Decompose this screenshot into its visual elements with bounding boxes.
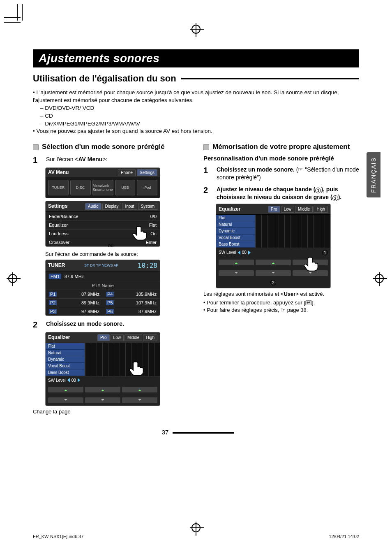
- footer-right: 12/04/21 14:02: [329, 534, 359, 539]
- left-subhead: Sélection d'un mode sonore préréglé: [33, 143, 189, 151]
- avmenu-tile: MirrorLink Smartphone: [92, 180, 113, 195]
- memo-paragraph: Les réglages sont mémorisés et <User> es…: [203, 291, 359, 297]
- intro-sub: CD: [40, 112, 359, 120]
- intro-sub: DivX/MPEG1/MPEG2/MP3/WMA/WAV: [40, 120, 359, 128]
- note-item: Pour terminer la procédure, appuyez sur …: [203, 299, 359, 306]
- left-arrow-icon: [238, 251, 240, 255]
- right-step-1: 1 Choisissez un mode sonore. (☞ "Sélecti…: [203, 166, 359, 181]
- language-tab-label: FRANÇAIS: [370, 157, 377, 193]
- square-bullet-icon: [203, 144, 209, 150]
- left-arrow-icon: [67, 378, 70, 382]
- eq-graph: [255, 215, 330, 248]
- right-arrow-icon: [78, 378, 80, 382]
- hand-pointer-icon: [302, 255, 320, 273]
- circled-2-icon: 2: [332, 195, 338, 201]
- tuner-title: TUNER: [48, 262, 65, 268]
- right-subhead: Mémorisation de votre propre ajustement: [203, 143, 359, 151]
- up-arrow-icon: [85, 387, 120, 392]
- intro-bullet: Vous ne pouvez pas ajuster le son quand …: [33, 128, 359, 135]
- intro-list: L'ajustement est mémorisé pour chaque so…: [33, 89, 359, 135]
- source-screen-caption: Sur l'écran de commande de la source:: [45, 251, 189, 257]
- down-arrow-icon: [122, 397, 157, 403]
- down-arrow-icon: [256, 270, 291, 276]
- avmenu-tile: DISC: [70, 180, 91, 195]
- down-arrow-icon: [219, 270, 254, 276]
- tuner-clock: 10:28: [138, 262, 157, 269]
- right-underline-heading: Personnalisation d'un mode sonore prérég…: [203, 155, 359, 162]
- avmenu-phone: Phone: [118, 169, 136, 176]
- avmenu-settings: Settings: [137, 169, 157, 176]
- notes-list: Pour terminer la procédure, appuyez sur …: [203, 299, 359, 313]
- step-number: 2: [33, 320, 42, 330]
- crop-mark: [22, 4, 23, 21]
- page-rule: [173, 432, 234, 434]
- intro-sub: DVD/DVD-VR/ VCD: [40, 104, 359, 112]
- down-arrow-icon: [48, 397, 83, 403]
- up-arrow-icon: [256, 260, 291, 265]
- eq-graph: [85, 343, 160, 376]
- page-number-area: 37: [33, 429, 359, 436]
- eq-title: Equalizer: [48, 334, 70, 340]
- screenshot-avmenu: AV Menu Phone Settings TUNER DISC Mirror…: [45, 167, 160, 198]
- step-1: 1 Sur l'écran <AV Menu>:: [33, 155, 189, 165]
- hand-pointer-icon: [131, 224, 149, 242]
- step-number: 2: [203, 186, 212, 201]
- crop-mark: [4, 17, 21, 18]
- callout-1-icon: 1: [322, 250, 328, 255]
- step-number: 1: [33, 155, 42, 165]
- page-number: 37: [162, 429, 169, 436]
- avmenu-title: AV Menu: [48, 169, 69, 175]
- settings-tab: System: [138, 203, 157, 210]
- square-bullet-icon: [33, 144, 39, 150]
- section-heading: Utilisation de l'égalisation du son: [33, 73, 359, 84]
- crop-mark: [17, 4, 18, 21]
- intro-bullet: L'ajustement est mémorisé pour chaque so…: [33, 89, 359, 128]
- settings-tab: Display: [102, 203, 122, 210]
- crop-mark: [4, 22, 21, 23]
- up-arrow-icon: [122, 387, 157, 392]
- settings-title: Settings: [48, 203, 67, 209]
- right-arrow-icon: [248, 251, 251, 255]
- settings-tab: Input: [122, 203, 137, 210]
- hand-pointer-icon: [127, 359, 145, 377]
- page-title: Ajustements sonores: [39, 52, 353, 65]
- footer-left: FR_KW-NSX1[E].indb 37: [33, 534, 83, 539]
- screenshot-equalizer-right: Equalizer Pro Low Middle High Flat Natur…: [216, 204, 331, 288]
- section-rule: [181, 78, 359, 79]
- screenshot-tuner: TUNER ST DX TP NEWS AF 10:28 FM1 87.9 MH…: [45, 260, 160, 316]
- step-2: 2 Choisissez un mode sonore.: [33, 320, 189, 330]
- registration-mark-top: [191, 25, 201, 34]
- right-step-2: 2 Ajustez le niveau de chaque bande (1),…: [203, 186, 359, 201]
- up-arrow-icon: [219, 260, 254, 265]
- callout-2-icon: 2: [270, 280, 276, 285]
- step-number: 1: [203, 166, 212, 181]
- avmenu-tile: iPod: [137, 180, 157, 195]
- circled-1-icon: 1: [315, 188, 321, 193]
- eq-title: Equalizer: [219, 206, 240, 212]
- note-item: Pour faire des réglages précis, ☞ page 3…: [203, 307, 359, 313]
- registration-mark-right: [375, 274, 384, 283]
- avmenu-tile: TUNER: [48, 180, 69, 195]
- change-page-caption: Change la page: [33, 408, 189, 415]
- up-arrow-icon: [48, 387, 83, 392]
- return-icon: [305, 300, 312, 305]
- registration-mark-bottom: [191, 523, 201, 532]
- page-title-bar: Ajustements sonores: [33, 49, 359, 67]
- language-tab: FRANÇAIS: [367, 152, 380, 197]
- registration-mark-left: [8, 274, 17, 283]
- avmenu-tile: USB: [115, 180, 136, 195]
- settings-tab: Audio: [85, 203, 101, 210]
- down-arrow-icon: [85, 397, 120, 403]
